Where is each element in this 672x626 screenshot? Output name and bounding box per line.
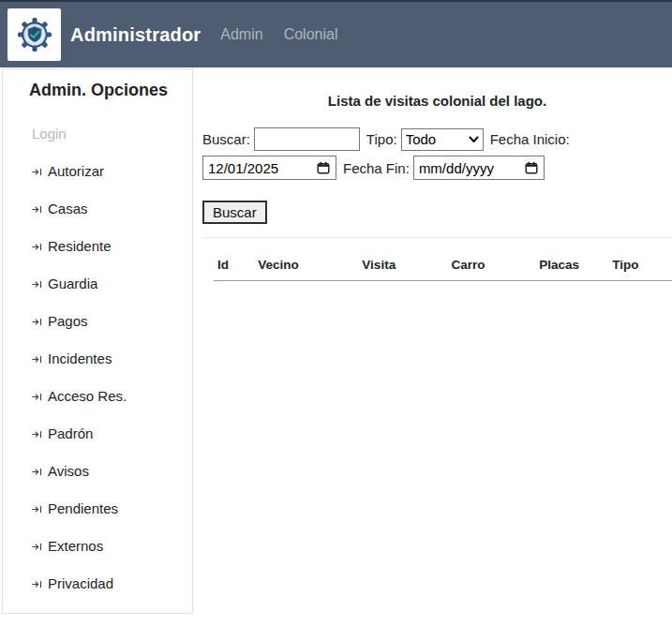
sidebar-item-label: Residente bbox=[48, 239, 112, 254]
sidebar-item[interactable]: Externos bbox=[32, 539, 185, 554]
tipo-label: Tipo: bbox=[366, 131, 397, 147]
login-arrow-icon bbox=[32, 204, 42, 215]
sidebar-item-label: Pagos bbox=[48, 314, 88, 329]
sidebar-item-label: Externos bbox=[48, 539, 103, 554]
login-arrow-icon bbox=[32, 167, 42, 177]
login-arrow-icon bbox=[32, 279, 42, 290]
sidebar-item[interactable]: Avisos bbox=[32, 464, 185, 479]
buscar-button[interactable]: Buscar bbox=[202, 201, 267, 224]
login-arrow-icon bbox=[32, 392, 42, 402]
table-header-cell: Vecino bbox=[254, 249, 358, 281]
divider bbox=[202, 237, 672, 238]
table-header-row: Id Vecino Visita Carro Placas Tipo Entra… bbox=[214, 249, 672, 281]
page-title: Lista de visitas colonial del lago. bbox=[202, 93, 672, 109]
fecha-inicio-wrap bbox=[202, 156, 336, 180]
main-content: Lista de visitas colonial del lago. Busc… bbox=[193, 67, 672, 281]
table-header-cell: Tipo bbox=[608, 249, 672, 281]
login-arrow-icon bbox=[32, 467, 42, 477]
sidebar-item-label: Autorizar bbox=[48, 164, 104, 179]
login-arrow-icon bbox=[32, 429, 42, 440]
calendar-icon[interactable] bbox=[317, 161, 330, 174]
sidebar-item[interactable]: Guardia bbox=[32, 276, 185, 291]
login-arrow-icon bbox=[32, 242, 42, 252]
sidebar-item[interactable]: Padrón bbox=[32, 426, 185, 441]
sidebar-item-label: Guardia bbox=[48, 276, 97, 291]
filter-form: Buscar: Tipo: Todo Fecha Inicio: bbox=[202, 127, 672, 224]
gear-shield-check-icon bbox=[12, 12, 57, 57]
sidebar-item[interactable]: Pagos bbox=[32, 314, 185, 329]
tipo-select-wrap: Todo bbox=[401, 128, 484, 151]
sidebar-item[interactable]: Pendientes bbox=[32, 501, 185, 516]
sidebar-title: Admin. Opciones bbox=[29, 81, 185, 100]
login-arrow-icon bbox=[32, 504, 42, 514]
filter-row-1: Buscar: Tipo: Todo Fecha Inicio: bbox=[202, 127, 672, 151]
table-header-cell: Visita bbox=[358, 249, 447, 281]
sidebar-item-login: Login bbox=[32, 127, 185, 142]
login-arrow-icon bbox=[32, 542, 42, 552]
login-arrow-icon bbox=[32, 354, 42, 365]
login-arrow-icon bbox=[32, 579, 42, 589]
fecha-inicio-label: Fecha Inicio: bbox=[490, 131, 570, 147]
brand-title[interactable]: Administrador bbox=[70, 24, 201, 46]
navbar-links: Admin Colonial bbox=[220, 26, 337, 43]
table-header-cell: Id bbox=[214, 249, 254, 281]
sidebar-item-label: Login bbox=[32, 127, 67, 142]
table-header-cell: Carro bbox=[448, 249, 536, 281]
nav-link[interactable]: Admin bbox=[220, 26, 262, 43]
sidebar-item[interactable]: Residente bbox=[32, 239, 185, 254]
sidebar-item-label: Pendientes bbox=[48, 501, 118, 516]
sidebar-item-label: Privacidad bbox=[48, 576, 113, 591]
nav-link[interactable]: Colonial bbox=[284, 26, 338, 43]
sidebar-item[interactable]: Autorizar bbox=[32, 164, 185, 179]
buscar-label: Buscar: bbox=[202, 131, 250, 147]
sidebar-item-label: Incidentes bbox=[48, 351, 112, 366]
sidebar-item-label: Acceso Res. bbox=[48, 389, 127, 404]
sidebar-item[interactable]: Casas bbox=[32, 201, 185, 216]
sidebar: Admin. Opciones Login Autorizar bbox=[2, 68, 193, 614]
fecha-fin-label: Fecha Fin: bbox=[343, 160, 410, 176]
table-header-cell: Placas bbox=[535, 249, 608, 281]
sidebar-item[interactable]: Privacidad bbox=[32, 576, 185, 591]
fecha-fin-wrap bbox=[413, 156, 545, 180]
sidebar-item-label: Casas bbox=[48, 201, 88, 216]
page-layout: Admin. Opciones Login Autorizar bbox=[0, 67, 672, 614]
tipo-select[interactable]: Todo bbox=[402, 129, 483, 150]
top-navbar: Administrador Admin Colonial bbox=[0, 0, 672, 67]
sidebar-item[interactable]: Acceso Res. bbox=[32, 389, 185, 404]
app-logo[interactable] bbox=[7, 8, 61, 61]
sidebar-menu: Login Autorizar bbox=[29, 127, 185, 591]
sidebar-item-label: Avisos bbox=[48, 464, 89, 479]
calendar-icon[interactable] bbox=[525, 161, 538, 174]
visits-table: Id Vecino Visita Carro Placas Tipo Entra… bbox=[214, 249, 672, 281]
sidebar-item-label: Padrón bbox=[48, 426, 93, 441]
login-arrow-icon bbox=[32, 317, 42, 327]
filter-row-2: Fecha Fin: bbox=[202, 156, 672, 180]
buscar-input[interactable] bbox=[254, 127, 360, 151]
sidebar-item[interactable]: Incidentes bbox=[32, 351, 185, 366]
